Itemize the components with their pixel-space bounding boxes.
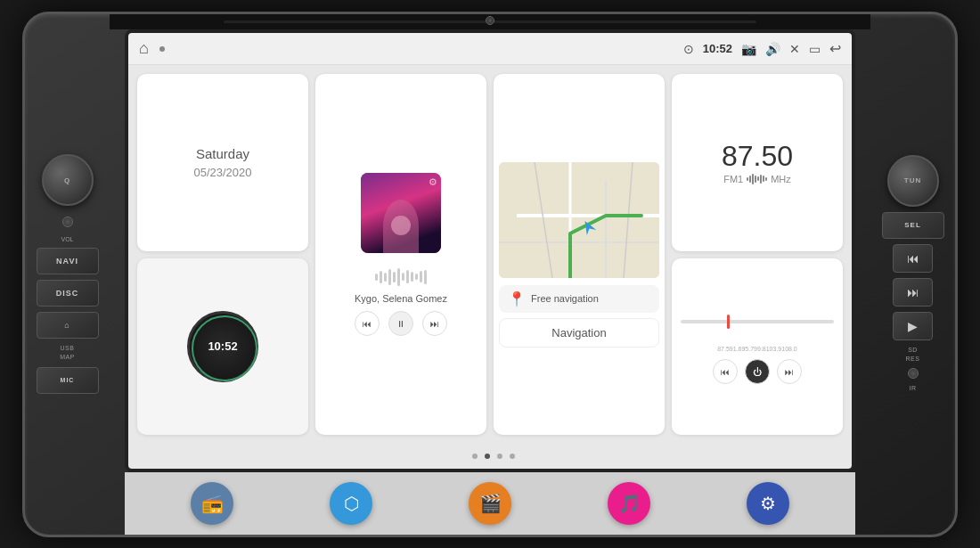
bluetooth-app-icon[interactable]: ⬡: [330, 482, 372, 525]
freq-99: 99.8: [754, 346, 766, 352]
nav-card[interactable]: 📍 Free navigation Navigation: [494, 74, 665, 435]
dot-4[interactable]: [510, 454, 515, 459]
center-area: ⌂ ⊙ 10:52 📷 🔊 ✕ ▭ ↩ Saturday: [110, 14, 870, 535]
status-bar-right: ⊙ 10:52 📷 🔊 ✕ ▭ ↩: [683, 40, 841, 57]
status-bar-left: ⌂: [139, 39, 165, 58]
prev-button[interactable]: ⏮: [355, 311, 380, 336]
app-dock: 📻 ⬡ 🎬 🎵 ⚙: [125, 472, 855, 535]
play-button[interactable]: ▶: [893, 312, 933, 340]
settings-app-icon[interactable]: ⚙: [747, 482, 789, 525]
rw-4: [755, 176, 756, 183]
radio-band-label: FM1: [723, 174, 743, 184]
wave-bar-6: [397, 268, 400, 286]
mic-button[interactable]: MIC: [37, 367, 99, 394]
status-dot: [159, 46, 165, 52]
date-full: 05/23/2020: [193, 166, 251, 179]
home-status-icon[interactable]: ⌂: [139, 39, 149, 58]
screen-bezel: ⌂ ⊙ 10:52 📷 🔊 ✕ ▭ ↩ Saturday: [125, 29, 855, 472]
main-content: Saturday 05/23/2020 10:52 ⚙: [128, 65, 852, 444]
screen-icon[interactable]: ▭: [809, 42, 821, 56]
freq-indicator: [727, 315, 730, 329]
date-card: Saturday 05/23/2020: [137, 74, 308, 250]
nav-pin-icon: 📍: [508, 290, 526, 307]
wave-bar-4: [388, 269, 391, 285]
wave-bar-2: [380, 271, 382, 283]
home-button[interactable]: ⌂: [37, 312, 99, 339]
screw-right: [908, 368, 919, 379]
sd-res-label: SDRES: [906, 346, 920, 364]
sel-button[interactable]: SEL: [882, 212, 944, 239]
freq-labels: 87.5 91.6 95.7 99.8 103.9 108.0: [717, 346, 797, 352]
rw-7: [763, 176, 764, 182]
settings-gear-icon: ⚙: [429, 176, 437, 188]
camera-icon[interactable]: 📷: [741, 42, 756, 56]
media-app-icon[interactable]: 🎬: [469, 482, 511, 525]
radio-power-button[interactable]: ⏻: [745, 359, 770, 384]
radio-icon: 📻: [201, 493, 224, 514]
status-time: 10:52: [703, 42, 732, 55]
rw-1: [747, 177, 748, 181]
radio-app-icon[interactable]: 📻: [191, 482, 233, 525]
left-panel: Q VOL NAVI DISC ⌂ USBMAP MIC: [25, 14, 110, 535]
free-nav-row: 📍 Free navigation: [499, 285, 659, 313]
eject-indicator: [486, 16, 494, 25]
navi-button[interactable]: NAVI: [37, 248, 99, 274]
radio-next-button[interactable]: ⏭: [777, 359, 802, 384]
close-status-icon[interactable]: ✕: [789, 42, 800, 56]
music-note-icon: 🎵: [618, 493, 641, 514]
usb-label: USBMAP: [60, 344, 75, 362]
track-forward-button[interactable]: ⏭: [893, 278, 933, 307]
navigation-button[interactable]: Navigation: [499, 318, 659, 348]
tun-knob[interactable]: TUN: [887, 155, 939, 207]
dot-2[interactable]: [485, 454, 490, 459]
radio-unit-label: MHz: [771, 174, 791, 184]
dot-3[interactable]: [497, 454, 502, 459]
clock-time: 10:52: [208, 339, 237, 353]
page-dots: [128, 444, 855, 469]
rw-2: [749, 176, 751, 183]
media-icon: 🎬: [479, 493, 502, 514]
music-card[interactable]: ⚙: [315, 74, 486, 435]
wave-bar-1: [375, 274, 378, 281]
right-panel: TUN SEL ⏮ ⏭ ▶ SDRES IR: [870, 14, 955, 535]
map-svg: [499, 162, 659, 278]
volume-icon[interactable]: 🔊: [765, 42, 780, 56]
clock-card: 10:52: [137, 258, 308, 435]
vol-area: VOL: [61, 236, 73, 242]
wave-bar-8: [406, 270, 409, 283]
dot-1[interactable]: [472, 454, 478, 459]
freq-108: 108.0: [781, 346, 797, 352]
wave-bar-9: [411, 272, 413, 282]
wave-bar-10: [415, 274, 418, 280]
freq-87: 87.5: [717, 346, 730, 352]
status-bar: ⌂ ⊙ 10:52 📷 🔊 ✕ ▭ ↩: [128, 33, 852, 65]
radio-ctrl-btns: ⏮ ⏻ ⏭: [713, 359, 802, 384]
q-label: Q: [64, 176, 70, 184]
bluetooth-icon: ⬡: [344, 493, 359, 514]
disc-button[interactable]: DISC: [37, 280, 99, 307]
back-icon[interactable]: ↩: [829, 40, 841, 57]
freq-scale: [681, 308, 834, 335]
wave-bar-3: [384, 273, 387, 282]
location-icon: ⊙: [683, 42, 694, 56]
svg-rect-0: [499, 162, 659, 278]
radio-ctrl-card: 87.5 91.6 95.7 99.8 103.9 108.0 ⏮ ⏻ ⏭: [672, 258, 843, 435]
freq-103: 103.9: [766, 346, 782, 352]
radio-prev-button[interactable]: ⏮: [713, 359, 738, 384]
sd-res-area: SDRES: [906, 346, 920, 364]
rw-3: [752, 174, 754, 184]
music-waveform: [323, 266, 479, 288]
track-back-button[interactable]: ⏮: [893, 244, 933, 273]
album-art: ⚙: [361, 173, 441, 253]
tun-label: TUN: [904, 176, 921, 184]
device-shell: Q VOL NAVI DISC ⌂ USBMAP MIC: [22, 12, 958, 537]
q-knob[interactable]: Q: [42, 154, 94, 206]
pause-button[interactable]: ⏸: [388, 311, 413, 336]
music-app-icon[interactable]: 🎵: [608, 482, 650, 525]
screw-tl: [62, 217, 73, 227]
free-nav-label: Free navigation: [531, 293, 599, 304]
freq-95: 95.7: [741, 346, 754, 352]
next-button[interactable]: ⏭: [422, 311, 447, 336]
rw-8: [765, 177, 767, 181]
rw-5: [757, 176, 759, 181]
